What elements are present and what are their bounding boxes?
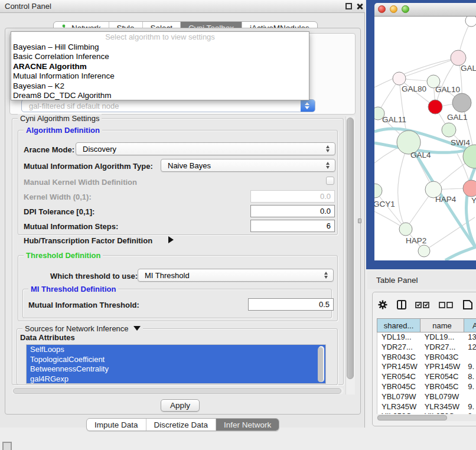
network-node[interactable] (374, 184, 382, 198)
network-node[interactable] (418, 245, 430, 257)
mi-steps-field[interactable]: 6 (250, 220, 335, 232)
network-node[interactable] (452, 93, 471, 112)
table-cell[interactable]: YER054C (377, 372, 420, 382)
table-cell[interactable]: 9. (464, 362, 476, 372)
table-horizontal-scrollbar[interactable] (377, 415, 476, 421)
column-header-shared-name[interactable]: shared... (377, 319, 420, 332)
close-icon[interactable] (356, 2, 363, 10)
aracne-mode-select[interactable]: Discovery (76, 142, 335, 155)
table-cell[interactable]: 13 (464, 332, 476, 343)
function-builder-icon[interactable] (462, 299, 473, 310)
algorithm-option[interactable]: Bayesian – Hill Climbing (11, 43, 309, 52)
expand-arrow-icon[interactable] (133, 326, 141, 331)
table-cell[interactable]: 9. (464, 412, 476, 414)
network-node[interactable] (465, 17, 476, 27)
hub-definition-label[interactable]: Hub/Transcription Factor Definition (24, 236, 152, 245)
splitter-grip[interactable] (358, 219, 361, 223)
algorithm-option[interactable]: Dream8 DC_TDC Algorithm (11, 91, 309, 100)
show-columns-icon[interactable] (396, 299, 407, 310)
table-cell[interactable]: YIL052C (420, 412, 464, 414)
table-horizontal-scroll-thumb[interactable] (377, 415, 447, 420)
network-table-selector[interactable]: gal-filtered sif default node (21, 99, 315, 112)
table-cell[interactable]: YDL19... (420, 332, 464, 343)
table-cell[interactable]: YER054C (420, 372, 464, 382)
column-header-clipped[interactable]: A (464, 319, 476, 332)
algorithm-option[interactable]: Basic Correlation Inference (11, 52, 309, 61)
tab-impute-data[interactable]: Impute Data (87, 419, 146, 431)
table-cell[interactable]: 12 (464, 343, 476, 353)
settings-horizontal-scroll-thumb[interactable] (13, 388, 341, 394)
table-cell[interactable]: 8. (464, 372, 476, 382)
table-cell[interactable]: YDR27... (377, 343, 420, 353)
table-row[interactable]: YLR345WYLR345W9. (377, 402, 476, 412)
minimized-panel-icon[interactable] (2, 442, 12, 450)
dpi-tolerance-field[interactable]: 0.0 (250, 205, 335, 217)
algorithm-option[interactable]: ARACNE Algorithm (11, 62, 309, 71)
network-edge[interactable] (445, 247, 476, 260)
collapse-arrow-icon[interactable] (168, 236, 174, 243)
table-row[interactable]: YER054CYER054C8. (377, 372, 476, 382)
network-canvas[interactable]: GALGAL80GAL10GAL1GAL11SWI4GAL4GCY1HAP4YH… (374, 17, 476, 260)
mi-threshold-field[interactable]: 0.5 (248, 298, 334, 311)
control-panel-titlebar[interactable]: Control Panel (0, 0, 365, 13)
table-row[interactable]: YBL079WYBL079W (377, 392, 476, 402)
network-node[interactable] (428, 100, 442, 114)
data-attribute-item[interactable]: BetweennessCentrality (27, 364, 325, 374)
sources-title[interactable]: Sources for Network Inference (22, 324, 143, 333)
table-cell[interactable]: YBR045C (377, 382, 420, 392)
attribute-list-scrollbar[interactable] (318, 346, 324, 382)
zoom-traffic-light-icon[interactable] (402, 5, 409, 13)
network-node[interactable] (442, 123, 456, 137)
table-cell[interactable]: YLR345W (420, 402, 464, 412)
table-cell[interactable] (464, 392, 476, 402)
tab-infer-network[interactable]: Infer Network (216, 419, 279, 431)
data-attribute-item[interactable]: SelfLoops (27, 345, 325, 355)
table-row[interactable]: YDL19...YDL19...13 (377, 332, 476, 343)
table-cell[interactable]: 9. (464, 402, 476, 412)
network-edge[interactable] (399, 58, 458, 79)
which-threshold-select[interactable]: MI Threshold (138, 269, 334, 282)
select-all-icon[interactable] (415, 301, 431, 309)
network-node[interactable] (399, 223, 412, 236)
data-attributes-list[interactable]: SelfLoopsTopologicalCoefficientBetweenne… (26, 344, 326, 384)
kernel-width-field[interactable]: 0.0 (250, 190, 335, 203)
minimize-traffic-light-icon[interactable] (390, 5, 397, 13)
table-cell[interactable]: YIL052C (377, 412, 420, 414)
close-traffic-light-icon[interactable] (378, 5, 386, 13)
combo-arrows-icon[interactable] (301, 100, 315, 112)
table-cell[interactable]: YDR27... (420, 343, 464, 353)
table-cell[interactable]: YBR043C (377, 353, 420, 363)
table-cell[interactable]: YDL19... (377, 332, 420, 343)
network-node[interactable] (393, 72, 406, 85)
table-row[interactable]: YDR27...YDR27...12 (377, 343, 476, 353)
tab-discretize-data[interactable]: Discretize Data (146, 419, 217, 431)
network-node[interactable] (463, 180, 476, 197)
column-header-name[interactable]: name (420, 319, 464, 332)
apply-button[interactable]: Apply (161, 399, 200, 412)
algorithm-option[interactable]: Bayesian – K2 (11, 81, 309, 91)
table-cell[interactable]: YLR345W (377, 402, 420, 412)
table-cell[interactable]: YPR145W (420, 362, 464, 372)
table-row[interactable]: YPR145WYPR145W9. (377, 362, 476, 372)
gear-icon[interactable] (377, 299, 388, 310)
table-cell[interactable]: YBL079W (420, 392, 464, 402)
network-view-titlebar[interactable] (374, 3, 476, 17)
settings-vertical-scroll-thumb[interactable] (347, 118, 354, 379)
table-row[interactable]: YBR043CYBR043C (377, 353, 476, 363)
table-cell[interactable]: YBR043C (420, 353, 464, 363)
float-window-icon[interactable] (345, 3, 352, 9)
attribute-list-scroll-thumb[interactable] (318, 347, 323, 382)
data-attribute-item[interactable]: gal4RGexp (27, 374, 325, 384)
network-edge[interactable] (398, 142, 409, 229)
table-row[interactable]: YIL052CYIL052C9. (377, 412, 476, 414)
table-cell[interactable]: YBR045C (420, 382, 464, 392)
table-cell[interactable]: 9. (464, 382, 476, 392)
data-attribute-item[interactable]: TopologicalCoefficient (27, 355, 325, 365)
table-cell[interactable]: YBL079W (377, 392, 420, 402)
manual-kernel-width-checkbox[interactable] (326, 177, 334, 185)
table-cell[interactable] (464, 353, 476, 363)
mi-algorithm-type-select[interactable]: Naive Bayes (161, 159, 335, 172)
table-cell[interactable]: YPR145W (377, 362, 420, 372)
table-row[interactable]: YBR045CYBR045C9. (377, 382, 476, 392)
deselect-all-icon[interactable] (439, 301, 454, 309)
